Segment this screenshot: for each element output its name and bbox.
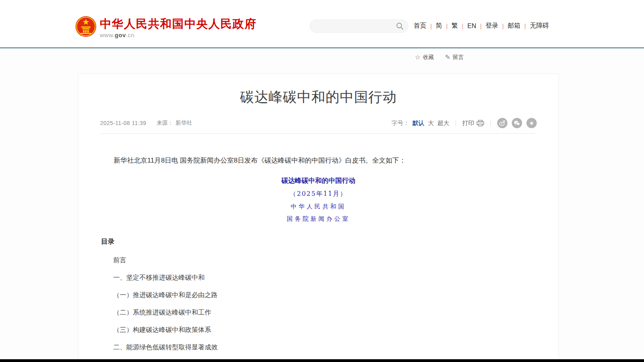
- nav-home[interactable]: 首页: [414, 22, 426, 30]
- article-card: 碳达峰碳中和的中国行动 2025-11-08 11:39 来源： 新华社 字号：…: [78, 74, 559, 362]
- content-zone: ☆ 收藏 ✎ 留言 碳达峰碳中和的中国行动 2025-11-08 11:39 来…: [0, 48, 644, 359]
- comment-button[interactable]: ✎ 留言: [445, 53, 464, 61]
- article-body: 新华社北京11月8日电 国务院新闻办公室8日发布《碳达峰碳中和的中国行动》白皮书…: [100, 156, 537, 362]
- nav-separator: |: [502, 23, 504, 29]
- toc-heading: 目录: [100, 237, 537, 246]
- document-date: （2025年11月）: [100, 190, 537, 198]
- share-weibo-button[interactable]: [497, 118, 507, 128]
- fontsize-xlarge-button[interactable]: 超大: [437, 119, 449, 127]
- nav-separator: |: [430, 23, 432, 29]
- nav-separator: |: [446, 23, 448, 29]
- toc-item-section1: 一、坚定不移推进碳达峰碳中和: [100, 274, 537, 281]
- search-box[interactable]: [310, 19, 408, 33]
- publish-date: 2025-11-08 11:39: [100, 120, 146, 126]
- lead-paragraph: 新华社北京11月8日电 国务院新闻办公室8日发布《碳达峰碳中和的中国行动》白皮书…: [100, 156, 537, 165]
- nav-traditional[interactable]: 繁: [452, 22, 458, 30]
- nav-separator: |: [524, 23, 526, 29]
- toc-item-section1-2: （二）系统推进碳达峰碳中和工作: [100, 309, 537, 316]
- toc-item-section1-3: （三）构建碳达峰碳中和政策体系: [100, 326, 537, 333]
- bottom-edge-bar: [0, 359, 644, 362]
- national-emblem-icon: [75, 16, 97, 37]
- nav-separator: |: [462, 23, 464, 29]
- share-wechat-button[interactable]: [512, 118, 522, 128]
- printer-icon: [477, 120, 484, 127]
- toc-item-section1-1: （一）推进碳达峰碳中和是必由之路: [100, 292, 537, 298]
- meta-left: 2025-11-08 11:39 来源： 新华社: [100, 119, 192, 127]
- star-icon: ★: [529, 120, 534, 126]
- document-title: 碳达峰碳中和的中国行动: [100, 176, 537, 185]
- fontsize-default-button[interactable]: 默认: [412, 119, 424, 127]
- document-author-line2: 国务院新闻办公室: [100, 215, 537, 223]
- nav-simplified[interactable]: 简: [436, 22, 442, 30]
- share-favorite-button[interactable]: ★: [526, 118, 537, 128]
- pencil-icon: ✎: [445, 53, 450, 61]
- share-icons: ★: [497, 118, 537, 128]
- site-header: 中华人民共和国中央人民政府 www.gov.cn 首页| 简| 繁| EN| 登…: [0, 0, 644, 47]
- nav-accessibility[interactable]: 无障碍: [530, 22, 549, 30]
- top-nav: 首页| 简| 繁| EN| 登录| 邮箱| 无障碍: [414, 22, 549, 30]
- site-title: 中华人民共和国中央人民政府: [100, 17, 257, 30]
- nav-separator: |: [480, 23, 482, 29]
- favorite-label: 收藏: [423, 54, 434, 61]
- article-meta: 2025-11-08 11:39 来源： 新华社 字号： 默认 大 超大 打印: [100, 118, 537, 134]
- favorite-button[interactable]: ☆ 收藏: [415, 53, 434, 61]
- page-title: 碳达峰碳中和的中国行动: [100, 89, 537, 105]
- meta-right: 字号： 默认 大 超大 打印: [391, 118, 537, 128]
- toc-item-preface: 前言: [100, 257, 537, 263]
- fontsize-large-button[interactable]: 大: [428, 119, 434, 127]
- source-value[interactable]: 新华社: [175, 119, 192, 127]
- document-author-line1: 中华人民共和国: [100, 203, 537, 210]
- nav-english[interactable]: EN: [467, 23, 476, 30]
- comment-label: 留言: [453, 54, 464, 61]
- star-outline-icon: ☆: [415, 53, 420, 61]
- search-input[interactable]: [310, 20, 396, 32]
- page-actions: ☆ 收藏 ✎ 留言: [415, 53, 464, 61]
- source-label: 来源：: [156, 119, 173, 127]
- site-url: www.gov.cn: [100, 32, 257, 38]
- meta-separator: [490, 120, 491, 126]
- brand[interactable]: 中华人民共和国中央人民政府 www.gov.cn: [100, 17, 257, 38]
- page: 中华人民共和国中央人民政府 www.gov.cn 首页| 简| 繁| EN| 登…: [0, 0, 644, 362]
- fontsize-label: 字号：: [391, 119, 409, 127]
- print-button[interactable]: 打印: [462, 119, 484, 127]
- meta-separator: [456, 120, 456, 126]
- toc-item-section2: 二、能源绿色低碳转型取得显著成效: [100, 344, 537, 351]
- wechat-icon: [513, 119, 521, 127]
- print-label: 打印: [462, 119, 474, 127]
- nav-login[interactable]: 登录: [486, 22, 498, 30]
- nav-mail[interactable]: 邮箱: [508, 22, 521, 30]
- search-icon[interactable]: [396, 22, 404, 30]
- weibo-icon: [499, 119, 506, 127]
